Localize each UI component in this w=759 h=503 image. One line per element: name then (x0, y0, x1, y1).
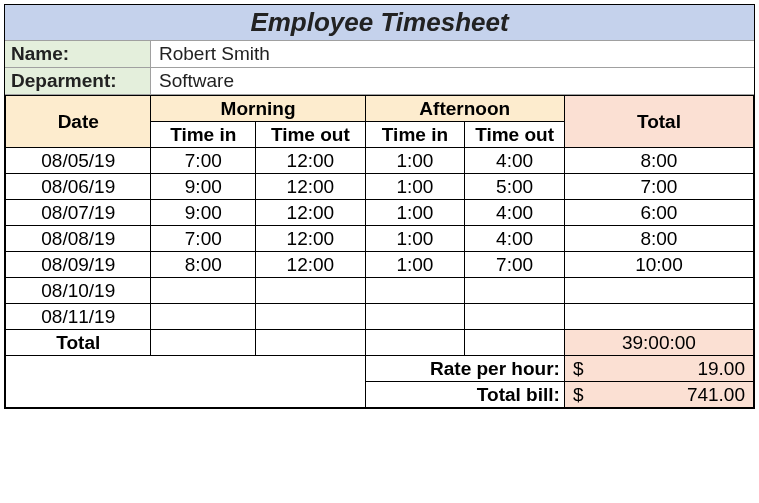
afternoon-out-cell (465, 304, 565, 330)
afternoon-in-cell: 1:00 (365, 252, 465, 278)
afternoon-in-cell: 1:00 (365, 148, 465, 174)
table-row: 08/06/199:0012:001:005:007:00 (6, 174, 754, 200)
total-row: Total 39:00:00 (6, 330, 754, 356)
header-morning-out: Time out (256, 122, 366, 148)
bill-value: $ 741.00 (564, 382, 753, 408)
date-cell: 08/11/19 (6, 304, 151, 330)
table-row: 08/07/199:0012:001:004:006:00 (6, 200, 754, 226)
table-row: 08/08/197:0012:001:004:008:00 (6, 226, 754, 252)
header-total: Total (564, 96, 753, 148)
name-label: Name: (5, 41, 151, 67)
morning-in-cell (151, 304, 256, 330)
afternoon-in-cell (365, 278, 465, 304)
total-hours: 39:00:00 (564, 330, 753, 356)
afternoon-in-cell: 1:00 (365, 174, 465, 200)
dept-value: Software (151, 68, 754, 94)
morning-in-cell: 8:00 (151, 252, 256, 278)
bill-amount: 741.00 (687, 384, 745, 406)
dept-row: Deparment: Software (5, 68, 754, 95)
morning-in-cell: 9:00 (151, 200, 256, 226)
date-cell: 08/07/19 (6, 200, 151, 226)
table-row: 08/05/197:0012:001:004:008:00 (6, 148, 754, 174)
header-afternoon-in: Time in (365, 122, 465, 148)
afternoon-out-cell: 4:00 (465, 200, 565, 226)
date-cell: 08/05/19 (6, 148, 151, 174)
afternoon-out-cell: 4:00 (465, 226, 565, 252)
morning-in-cell (151, 278, 256, 304)
total-cell: 10:00 (564, 252, 753, 278)
afternoon-in-cell: 1:00 (365, 200, 465, 226)
header-morning: Morning (151, 96, 365, 122)
morning-in-cell: 7:00 (151, 226, 256, 252)
total-cell: 6:00 (564, 200, 753, 226)
morning-out-cell: 12:00 (256, 174, 366, 200)
bill-label: Total bill: (365, 382, 564, 408)
total-cell (564, 304, 753, 330)
name-value: Robert Smith (151, 41, 754, 67)
timesheet-table: Date Morning Afternoon Total Time in Tim… (5, 95, 754, 408)
total-label: Total (6, 330, 151, 356)
rate-value: $ 19.00 (564, 356, 753, 382)
header-afternoon-out: Time out (465, 122, 565, 148)
morning-out-cell: 12:00 (256, 226, 366, 252)
afternoon-in-cell (365, 304, 465, 330)
table-row: 08/09/198:0012:001:007:0010:00 (6, 252, 754, 278)
header-afternoon: Afternoon (365, 96, 564, 122)
name-row: Name: Robert Smith (5, 41, 754, 68)
morning-out-cell (256, 304, 366, 330)
header-date: Date (6, 96, 151, 148)
total-cell (564, 278, 753, 304)
total-cell: 8:00 (564, 148, 753, 174)
afternoon-out-cell (465, 278, 565, 304)
currency-symbol: $ (573, 384, 584, 406)
morning-out-cell: 12:00 (256, 252, 366, 278)
afternoon-out-cell: 4:00 (465, 148, 565, 174)
rate-amount: 19.00 (697, 358, 745, 380)
currency-symbol: $ (573, 358, 584, 380)
table-row: 08/11/19 (6, 304, 754, 330)
table-row: 08/10/19 (6, 278, 754, 304)
date-cell: 08/06/19 (6, 174, 151, 200)
morning-out-cell: 12:00 (256, 148, 366, 174)
page-title: Employee Timesheet (5, 5, 754, 41)
dept-label: Deparment: (5, 68, 151, 94)
timesheet: Employee Timesheet Name: Robert Smith De… (4, 4, 755, 409)
blank-area (6, 356, 366, 408)
date-cell: 08/10/19 (6, 278, 151, 304)
total-cell: 7:00 (564, 174, 753, 200)
afternoon-out-cell: 7:00 (465, 252, 565, 278)
afternoon-out-cell: 5:00 (465, 174, 565, 200)
morning-out-cell (256, 278, 366, 304)
afternoon-in-cell: 1:00 (365, 226, 465, 252)
morning-in-cell: 9:00 (151, 174, 256, 200)
total-cell: 8:00 (564, 226, 753, 252)
date-cell: 08/09/19 (6, 252, 151, 278)
morning-in-cell: 7:00 (151, 148, 256, 174)
date-cell: 08/08/19 (6, 226, 151, 252)
rate-label: Rate per hour: (365, 356, 564, 382)
morning-out-cell: 12:00 (256, 200, 366, 226)
rate-row: Rate per hour: $ 19.00 (6, 356, 754, 382)
header-morning-in: Time in (151, 122, 256, 148)
